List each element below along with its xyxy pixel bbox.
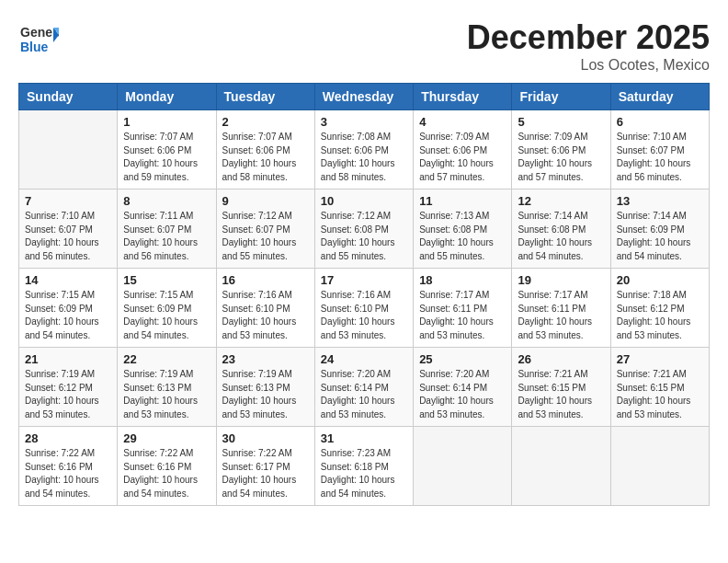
calendar-day-cell: 3Sunrise: 7:08 AM Sunset: 6:06 PM Daylig… (314, 110, 413, 190)
day-info: Sunrise: 7:20 AM Sunset: 6:14 PM Dayligh… (321, 368, 407, 421)
day-info: Sunrise: 7:15 AM Sunset: 6:09 PM Dayligh… (123, 289, 210, 342)
calendar-day-cell: 5Sunrise: 7:09 AM Sunset: 6:06 PM Daylig… (512, 110, 610, 190)
day-info: Sunrise: 7:12 AM Sunset: 6:07 PM Dayligh… (222, 210, 309, 263)
calendar-day-cell: 25Sunrise: 7:20 AM Sunset: 6:14 PM Dayli… (414, 348, 512, 427)
calendar-day-cell: 26Sunrise: 7:21 AM Sunset: 6:15 PM Dayli… (512, 348, 610, 427)
calendar-day-cell: 30Sunrise: 7:22 AM Sunset: 6:17 PM Dayli… (216, 427, 314, 506)
day-info: Sunrise: 7:07 AM Sunset: 6:06 PM Dayligh… (222, 131, 309, 184)
day-number: 17 (321, 273, 407, 287)
day-number: 21 (25, 352, 111, 366)
calendar-day-cell: 8Sunrise: 7:11 AM Sunset: 6:07 PM Daylig… (118, 190, 216, 269)
svg-text:Blue: Blue (20, 40, 49, 54)
day-number: 5 (518, 115, 604, 129)
calendar-day-cell: 7Sunrise: 7:10 AM Sunset: 6:07 PM Daylig… (19, 190, 118, 269)
day-info: Sunrise: 7:19 AM Sunset: 6:12 PM Dayligh… (25, 368, 111, 421)
weekday-header-friday: Friday (512, 84, 610, 110)
day-number: 1 (123, 115, 210, 129)
day-info: Sunrise: 7:07 AM Sunset: 6:06 PM Dayligh… (123, 131, 210, 184)
calendar-week-row: 7Sunrise: 7:10 AM Sunset: 6:07 PM Daylig… (19, 190, 710, 269)
day-info: Sunrise: 7:18 AM Sunset: 6:12 PM Dayligh… (617, 289, 703, 342)
weekday-header-saturday: Saturday (610, 84, 709, 110)
calendar-day-cell: 16Sunrise: 7:16 AM Sunset: 6:10 PM Dayli… (216, 269, 314, 348)
day-info: Sunrise: 7:20 AM Sunset: 6:14 PM Dayligh… (419, 368, 506, 421)
location: Los Ocotes, Mexico (467, 57, 710, 74)
calendar-day-cell: 17Sunrise: 7:16 AM Sunset: 6:10 PM Dayli… (314, 269, 413, 348)
day-info: Sunrise: 7:16 AM Sunset: 6:10 PM Dayligh… (321, 289, 407, 342)
calendar-day-cell: 19Sunrise: 7:17 AM Sunset: 6:11 PM Dayli… (512, 269, 610, 348)
day-info: Sunrise: 7:23 AM Sunset: 6:18 PM Dayligh… (321, 447, 407, 500)
day-number: 13 (617, 194, 703, 208)
day-number: 9 (222, 194, 309, 208)
day-info: Sunrise: 7:13 AM Sunset: 6:08 PM Dayligh… (419, 210, 506, 263)
day-number: 26 (518, 352, 604, 366)
day-number: 15 (123, 273, 210, 287)
weekday-header-sunday: Sunday (19, 84, 118, 110)
weekday-header-monday: Monday (118, 84, 216, 110)
day-number: 22 (123, 352, 210, 366)
calendar-day-cell: 28Sunrise: 7:22 AM Sunset: 6:16 PM Dayli… (19, 427, 118, 506)
calendar-week-row: 21Sunrise: 7:19 AM Sunset: 6:12 PM Dayli… (19, 348, 710, 427)
calendar-day-cell (19, 110, 118, 190)
calendar-day-cell: 23Sunrise: 7:19 AM Sunset: 6:13 PM Dayli… (216, 348, 314, 427)
day-info: Sunrise: 7:22 AM Sunset: 6:16 PM Dayligh… (25, 447, 111, 500)
month-title: December 2025 (467, 18, 710, 57)
calendar-day-cell (610, 427, 709, 506)
page-header: General Blue December 2025 Los Ocotes, M… (18, 18, 710, 74)
day-info: Sunrise: 7:17 AM Sunset: 6:11 PM Dayligh… (518, 289, 604, 342)
calendar-day-cell: 15Sunrise: 7:15 AM Sunset: 6:09 PM Dayli… (118, 269, 216, 348)
calendar-day-cell: 12Sunrise: 7:14 AM Sunset: 6:08 PM Dayli… (512, 190, 610, 269)
day-number: 3 (321, 115, 407, 129)
day-number: 24 (321, 352, 407, 366)
day-number: 2 (222, 115, 309, 129)
calendar-day-cell: 14Sunrise: 7:15 AM Sunset: 6:09 PM Dayli… (19, 269, 118, 348)
day-info: Sunrise: 7:21 AM Sunset: 6:15 PM Dayligh… (518, 368, 604, 421)
day-number: 29 (123, 431, 210, 445)
day-number: 18 (419, 273, 506, 287)
calendar-day-cell: 31Sunrise: 7:23 AM Sunset: 6:18 PM Dayli… (314, 427, 413, 506)
day-number: 25 (419, 352, 506, 366)
day-info: Sunrise: 7:16 AM Sunset: 6:10 PM Dayligh… (222, 289, 309, 342)
calendar-day-cell: 11Sunrise: 7:13 AM Sunset: 6:08 PM Dayli… (414, 190, 512, 269)
day-info: Sunrise: 7:10 AM Sunset: 6:07 PM Dayligh… (617, 131, 703, 184)
weekday-header-tuesday: Tuesday (216, 84, 314, 110)
day-info: Sunrise: 7:14 AM Sunset: 6:08 PM Dayligh… (518, 210, 604, 263)
day-number: 16 (222, 273, 309, 287)
day-info: Sunrise: 7:12 AM Sunset: 6:08 PM Dayligh… (321, 210, 407, 263)
day-number: 27 (617, 352, 703, 366)
weekday-header-thursday: Thursday (414, 84, 512, 110)
calendar-day-cell: 27Sunrise: 7:21 AM Sunset: 6:15 PM Dayli… (610, 348, 709, 427)
calendar-week-row: 14Sunrise: 7:15 AM Sunset: 6:09 PM Dayli… (19, 269, 710, 348)
calendar-day-cell: 9Sunrise: 7:12 AM Sunset: 6:07 PM Daylig… (216, 190, 314, 269)
day-info: Sunrise: 7:09 AM Sunset: 6:06 PM Dayligh… (518, 131, 604, 184)
day-info: Sunrise: 7:08 AM Sunset: 6:06 PM Dayligh… (321, 131, 407, 184)
weekday-header-wednesday: Wednesday (314, 84, 413, 110)
svg-text:General: General (20, 25, 59, 40)
calendar-day-cell: 10Sunrise: 7:12 AM Sunset: 6:08 PM Dayli… (314, 190, 413, 269)
day-number: 10 (321, 194, 407, 208)
day-info: Sunrise: 7:17 AM Sunset: 6:11 PM Dayligh… (419, 289, 506, 342)
calendar-table: SundayMondayTuesdayWednesdayThursdayFrid… (18, 83, 710, 506)
day-number: 4 (419, 115, 506, 129)
day-info: Sunrise: 7:21 AM Sunset: 6:15 PM Dayligh… (617, 368, 703, 421)
day-info: Sunrise: 7:22 AM Sunset: 6:16 PM Dayligh… (123, 447, 210, 500)
calendar-day-cell: 2Sunrise: 7:07 AM Sunset: 6:06 PM Daylig… (216, 110, 314, 190)
day-number: 8 (123, 194, 210, 208)
day-number: 20 (617, 273, 703, 287)
logo: General Blue (18, 18, 59, 59)
day-number: 14 (25, 273, 111, 287)
calendar-day-cell: 21Sunrise: 7:19 AM Sunset: 6:12 PM Dayli… (19, 348, 118, 427)
day-info: Sunrise: 7:19 AM Sunset: 6:13 PM Dayligh… (123, 368, 210, 421)
day-number: 23 (222, 352, 309, 366)
day-number: 19 (518, 273, 604, 287)
calendar-day-cell: 24Sunrise: 7:20 AM Sunset: 6:14 PM Dayli… (314, 348, 413, 427)
day-info: Sunrise: 7:22 AM Sunset: 6:17 PM Dayligh… (222, 447, 309, 500)
calendar-day-cell (414, 427, 512, 506)
day-number: 7 (25, 194, 111, 208)
day-info: Sunrise: 7:15 AM Sunset: 6:09 PM Dayligh… (25, 289, 111, 342)
calendar-week-row: 28Sunrise: 7:22 AM Sunset: 6:16 PM Dayli… (19, 427, 710, 506)
day-info: Sunrise: 7:19 AM Sunset: 6:13 PM Dayligh… (222, 368, 309, 421)
weekday-header-row: SundayMondayTuesdayWednesdayThursdayFrid… (19, 84, 710, 110)
calendar-day-cell: 13Sunrise: 7:14 AM Sunset: 6:09 PM Dayli… (610, 190, 709, 269)
day-number: 11 (419, 194, 506, 208)
calendar-day-cell (512, 427, 610, 506)
